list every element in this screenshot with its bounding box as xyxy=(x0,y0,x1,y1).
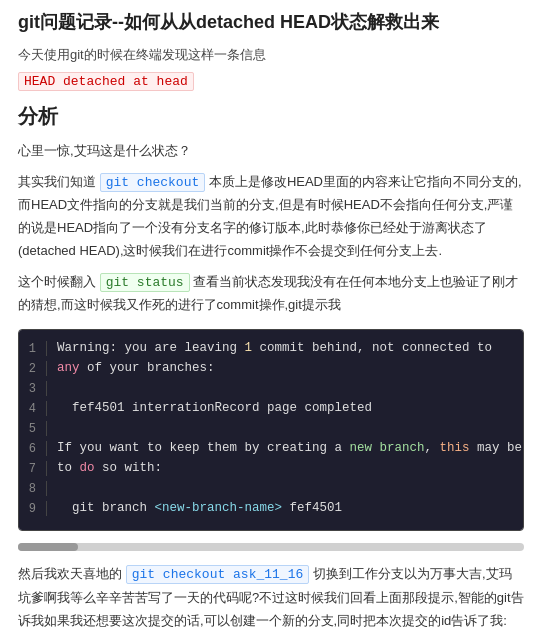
intro-label: 今天使用git的时候在终端发现这样一条信息 xyxy=(18,47,266,62)
para4: 然后我欢天喜地的 git checkout ask_11_16 切换到工作分支以… xyxy=(18,563,524,632)
line-num-8: 8 xyxy=(19,481,47,496)
line-content-6: If you want to keep them by creating a n… xyxy=(57,441,524,455)
terminal-line-7: 7 to do so with: xyxy=(19,460,523,480)
git-status-code: git status xyxy=(100,273,190,292)
para2: 其实我们知道 git checkout 本质上是修改HEAD里面的内容来让它指向… xyxy=(18,171,524,263)
line-num-1: 1 xyxy=(19,341,47,356)
section-analysis: 分析 xyxy=(18,103,524,130)
terminal-line-6: 6 If you want to keep them by creating a… xyxy=(19,440,523,460)
page-title: git问题记录--如何从从detached HEAD状态解救出来 xyxy=(18,10,524,35)
terminal-line-4: 4 fef4501 interrationRecord page complet… xyxy=(19,400,523,420)
line-num-3: 3 xyxy=(19,381,47,396)
para1: 心里一惊,艾玛这是什么状态？ xyxy=(18,140,524,163)
para3: 这个时候翻入 git status 查看当前状态发现我没有在任何本地分支上也验证… xyxy=(18,271,524,318)
line-num-9: 9 xyxy=(19,501,47,516)
terminal-line-2: 2 any of your branches: xyxy=(19,360,523,380)
line-content-1: Warning: you are leaving 1 commit behind… xyxy=(57,341,523,355)
para4-prefix: 然后我欢天喜地的 xyxy=(18,566,122,581)
terminal-scrollbar[interactable] xyxy=(18,543,524,551)
terminal-line-1: 1 Warning: you are leaving 1 commit behi… xyxy=(19,340,523,360)
head-code: HEAD detached at head xyxy=(18,72,194,91)
para2-prefix: 其实我们知道 xyxy=(18,174,96,189)
line-num-5: 5 xyxy=(19,421,47,436)
terminal-line-3: 3 xyxy=(19,380,523,400)
terminal-line-9: 9 git branch <new-branch-name> fef4501 xyxy=(19,500,523,520)
line-num-2: 2 xyxy=(19,361,47,376)
terminal-line-8: 8 xyxy=(19,480,523,500)
git-checkout-code: git checkout xyxy=(100,173,206,192)
intro-text: 今天使用git的时候在终端发现这样一条信息 xyxy=(18,45,524,66)
line-num-7: 7 xyxy=(19,461,47,476)
line-num-4: 4 xyxy=(19,401,47,416)
para3-prefix: 这个时候翻入 xyxy=(18,274,96,289)
line-content-4: fef4501 interrationRecord page completed xyxy=(57,401,523,415)
line-num-6: 6 xyxy=(19,441,47,456)
scrollbar-thumb[interactable] xyxy=(18,543,78,551)
line-content-7: to do so with: xyxy=(57,461,523,475)
git-checkout-ask-code: git checkout ask_11_16 xyxy=(126,565,310,584)
line-content-9: git branch <new-branch-name> fef4501 xyxy=(57,501,523,515)
terminal-line-5: 5 xyxy=(19,420,523,440)
page-container: git问题记录--如何从从detached HEAD状态解救出来 今天使用git… xyxy=(0,0,542,632)
terminal-block: 1 Warning: you are leaving 1 commit behi… xyxy=(18,329,524,531)
line-content-2: any of your branches: xyxy=(57,361,523,375)
